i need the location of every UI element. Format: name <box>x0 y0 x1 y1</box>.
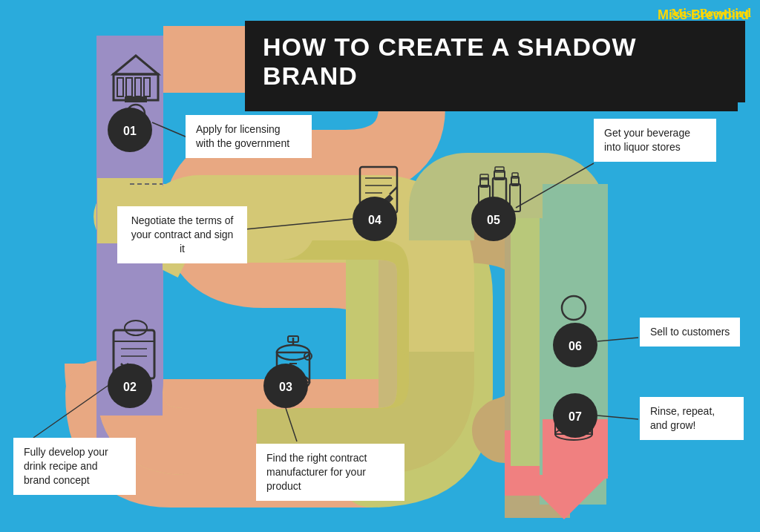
svg-text:02: 02 <box>123 381 137 393</box>
svg-text:07: 07 <box>569 410 582 423</box>
svg-text:05: 05 <box>487 214 500 226</box>
svg-text:01: 01 <box>123 125 137 137</box>
svg-text:04: 04 <box>368 214 381 226</box>
callout-01: Apply for licensing with the government <box>186 115 312 158</box>
callout-02: Fully develop your drink recipe and bran… <box>13 438 136 495</box>
brand-label: Miss Brewbird <box>671 6 751 21</box>
main-title: HOW TO CREATE A SHADOW BRAND <box>263 33 637 90</box>
title-bar: HOW TO CREATE A SHADOW BRAND <box>245 21 745 102</box>
svg-marker-33 <box>520 475 609 519</box>
svg-rect-40 <box>125 96 147 102</box>
callout-06: Sell to customers <box>640 318 740 347</box>
callout-03: Find the right contract manufacturer for… <box>256 444 404 501</box>
svg-text:03: 03 <box>279 381 292 393</box>
callout-05: Get your beverage into liquor stores <box>594 119 716 162</box>
svg-text:06: 06 <box>569 340 582 352</box>
callout-04: Negotiate the terms of your contract and… <box>117 206 247 263</box>
callout-07: Rinse, repeat, and grow! <box>640 397 744 440</box>
